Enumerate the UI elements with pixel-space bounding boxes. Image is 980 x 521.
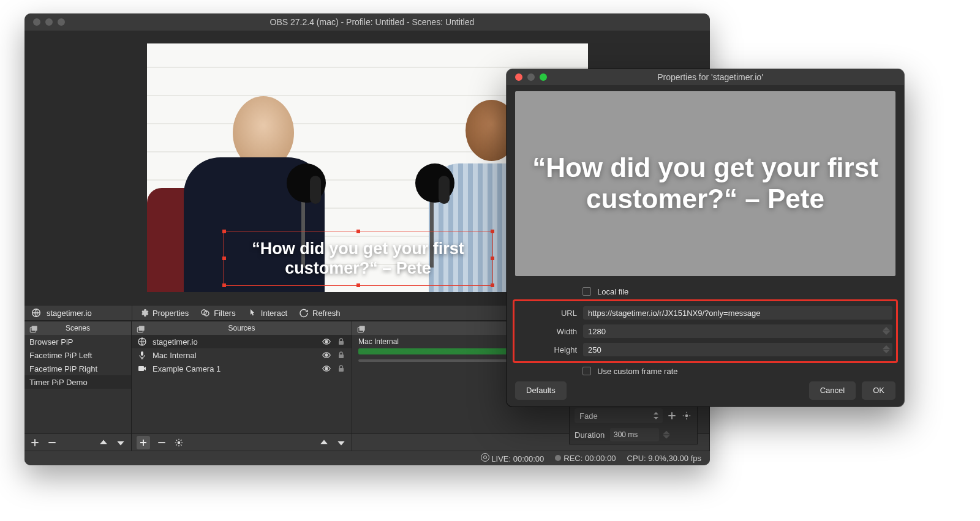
cpu-status: CPU: 9.0%,30.00 fps [627, 454, 701, 463]
interact-label: Interact [261, 309, 287, 318]
properties-title: Properties for 'stagetimer.io' [547, 72, 904, 82]
pointer-icon [247, 307, 258, 318]
defaults-button[interactable]: Defaults [515, 381, 567, 400]
minimize-icon[interactable] [527, 73, 535, 81]
custom-fps-label: Use custom frame rate [597, 367, 678, 376]
scene-item[interactable]: Facetime PiP Left [24, 348, 131, 362]
source-item[interactable]: Example Camera 1 [132, 362, 352, 375]
window-controls [507, 73, 547, 81]
local-file-label: Local file [597, 287, 628, 296]
globe-icon [137, 336, 148, 347]
add-source-button[interactable] [137, 436, 150, 449]
scenes-header[interactable]: Scenes [24, 321, 131, 335]
scene-item[interactable]: Facetime PiP Right [24, 362, 131, 375]
svg-point-14 [325, 367, 328, 370]
popout-icon[interactable] [28, 324, 39, 335]
camera-box-icon [137, 363, 148, 374]
scene-down-button[interactable] [115, 437, 126, 448]
local-file-checkbox[interactable] [582, 287, 591, 296]
stream-status: LIVE: 00:00:00 [481, 453, 545, 463]
chevron-down-icon [653, 411, 659, 420]
properties-titlebar[interactable]: Properties for 'stagetimer.io' [507, 69, 904, 85]
sources-footer [132, 433, 352, 451]
transition-type-select[interactable]: Fade [575, 408, 663, 423]
url-value: https://stagetimer.io/r/JX151NX9/?only=m… [588, 309, 760, 318]
remove-source-button[interactable] [156, 437, 167, 448]
highlight-box: URL https://stagetimer.io/r/JX151NX9/?on… [513, 299, 898, 363]
width-input[interactable]: 1280 [583, 324, 892, 338]
zoom-icon[interactable] [540, 73, 547, 81]
width-label: Width [516, 327, 577, 336]
properties-button[interactable]: Properties [138, 307, 189, 318]
record-icon [555, 455, 561, 461]
source-action-toolbar: Properties Filters Interact Refresh [132, 307, 347, 318]
close-icon[interactable] [33, 18, 40, 26]
scenes-list[interactable]: Browser PiPFacetime PiP LeftFacetime PiP… [24, 335, 131, 433]
url-label: URL [516, 309, 577, 318]
cancel-button[interactable]: Cancel [809, 381, 856, 400]
filters-icon [200, 307, 211, 318]
spinner-icon[interactable] [883, 327, 890, 335]
zoom-icon[interactable] [58, 18, 65, 26]
lock-toggle[interactable] [336, 363, 347, 374]
close-icon[interactable] [515, 73, 522, 81]
source-item-label: Example Camera 1 [153, 364, 221, 373]
width-row: Width 1280 [516, 322, 892, 340]
browser-source-selection[interactable]: “How did you get your first customer?“ –… [224, 231, 493, 286]
main-titlebar[interactable]: OBS 27.2.4 (mac) - Profile: Untitled - S… [24, 13, 710, 31]
lock-toggle[interactable] [336, 336, 347, 347]
refresh-button[interactable]: Refresh [298, 307, 341, 318]
filters-button[interactable]: Filters [200, 307, 235, 318]
source-down-button[interactable] [336, 437, 347, 448]
spinner-icon[interactable] [663, 431, 670, 439]
lock-toggle[interactable] [336, 350, 347, 361]
height-value: 250 [588, 345, 601, 354]
url-input[interactable]: https://stagetimer.io/r/JX151NX9/?only=m… [583, 306, 892, 320]
minimize-icon[interactable] [45, 18, 53, 26]
mic-icon [137, 350, 148, 361]
transition-duration-field[interactable]: 300 ms [610, 428, 659, 441]
scene-item[interactable]: Browser PiP [24, 335, 131, 348]
add-scene-button[interactable] [29, 437, 40, 448]
globe-icon [31, 307, 42, 318]
sources-header[interactable]: Sources [132, 321, 352, 335]
svg-point-19 [685, 414, 688, 418]
properties-preview: “How did you get your first customer?“ –… [515, 91, 895, 276]
overlay-message-text: “How did you get your first customer?“ –… [224, 239, 492, 279]
properties-label: Properties [153, 309, 189, 318]
scenes-header-label: Scenes [66, 324, 90, 332]
remove-scene-button[interactable] [47, 437, 58, 448]
popout-icon[interactable] [356, 324, 367, 335]
scene-up-button[interactable] [98, 437, 109, 448]
selected-source-chip: stagetimer.io [24, 307, 132, 318]
source-item[interactable]: Mac Internal [132, 348, 352, 362]
scene-item[interactable]: Timer PiP Demo [24, 375, 131, 389]
visibility-toggle[interactable] [321, 350, 332, 361]
source-settings-button[interactable] [173, 437, 184, 448]
spinner-icon[interactable] [883, 345, 890, 353]
custom-fps-checkbox[interactable] [582, 367, 591, 375]
interact-button[interactable]: Interact [247, 307, 287, 318]
broadcast-icon [481, 453, 489, 462]
add-transition-button[interactable] [666, 410, 677, 421]
properties-preview-text: “How did you get your first customer?“ –… [515, 152, 895, 214]
visibility-toggle[interactable] [321, 363, 332, 374]
source-item[interactable]: stagetimer.io [132, 335, 352, 348]
transition-settings-button[interactable] [681, 410, 692, 421]
height-label: Height [516, 345, 577, 354]
svg-rect-15 [339, 368, 344, 372]
transition-duration-value: 300 ms [614, 430, 638, 439]
gear-icon [138, 307, 149, 318]
height-input[interactable]: 250 [583, 343, 892, 356]
main-window-title: OBS 27.2.4 (mac) - Profile: Untitled - S… [65, 17, 710, 27]
svg-rect-4 [32, 326, 37, 331]
source-up-button[interactable] [318, 437, 330, 448]
sources-list[interactable]: stagetimer.ioMac InternalExample Camera … [132, 335, 352, 433]
popout-icon[interactable] [135, 324, 146, 335]
properties-dialog: Properties for 'stagetimer.io' “How did … [507, 69, 904, 407]
svg-rect-10 [141, 351, 143, 356]
scenes-panel: Scenes Browser PiPFacetime PiP LeftFacet… [24, 321, 132, 451]
transition-type-value: Fade [579, 411, 598, 421]
visibility-toggle[interactable] [321, 336, 332, 347]
ok-button[interactable]: OK [862, 381, 895, 400]
